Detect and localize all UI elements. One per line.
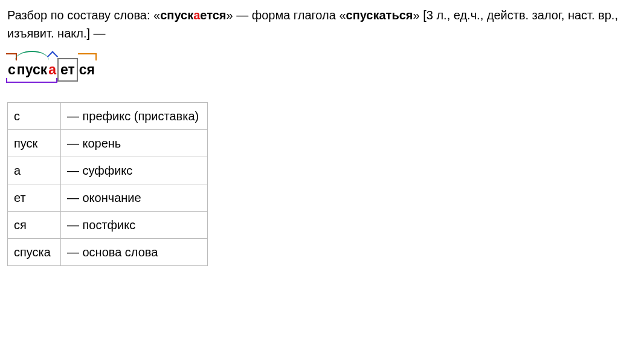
intro-mid: » — форма глагола «: [227, 8, 346, 22]
morpheme-ending: ет: [57, 58, 78, 82]
intro-paragraph: Разбор по составу слова: «спускается» — …: [7, 6, 637, 42]
table-cell-desc: — постфикс: [60, 211, 207, 238]
table-row: с — префикс (приставка): [8, 102, 208, 129]
intro-verb: спускаться: [346, 8, 413, 22]
table-cell-part: спуска: [8, 238, 61, 265]
table-row: спуска — основа слова: [8, 238, 208, 265]
intro-word-pre: спуск: [160, 8, 193, 22]
table-cell-part: ет: [8, 184, 61, 211]
word-basis: спуска: [7, 59, 57, 80]
table-row: ет — окончание: [8, 184, 208, 211]
morpheme-prefix: с: [7, 59, 16, 80]
morpheme-suffix: а: [48, 59, 57, 80]
table-cell-desc: — префикс (приставка): [60, 102, 207, 129]
table-cell-part: с: [8, 102, 61, 129]
intro-word-stress: а: [193, 8, 200, 22]
intro-lead: Разбор по составу слова: «: [7, 8, 160, 22]
table-cell-desc: — окончание: [60, 184, 207, 211]
morpheme-root: пуск: [16, 59, 48, 80]
morpheme-diagram: спускается: [7, 51, 95, 82]
table-cell-part: пуск: [8, 129, 61, 157]
table-cell-part: а: [8, 157, 61, 184]
table-row: ся — постфикс: [8, 211, 208, 238]
morpheme-table: с — префикс (приставка) пуск — корень а …: [7, 102, 208, 266]
table-cell-desc: — суффикс: [60, 157, 207, 184]
table-row: а — суффикс: [8, 157, 208, 184]
morpheme-postfix: ся: [79, 59, 95, 80]
table-cell-part: ся: [8, 211, 61, 238]
table-cell-desc: — корень: [60, 129, 207, 157]
intro-word-post: ется: [200, 8, 226, 22]
table-cell-desc: — основа слова: [60, 238, 207, 265]
table-row: пуск — корень: [8, 129, 208, 157]
